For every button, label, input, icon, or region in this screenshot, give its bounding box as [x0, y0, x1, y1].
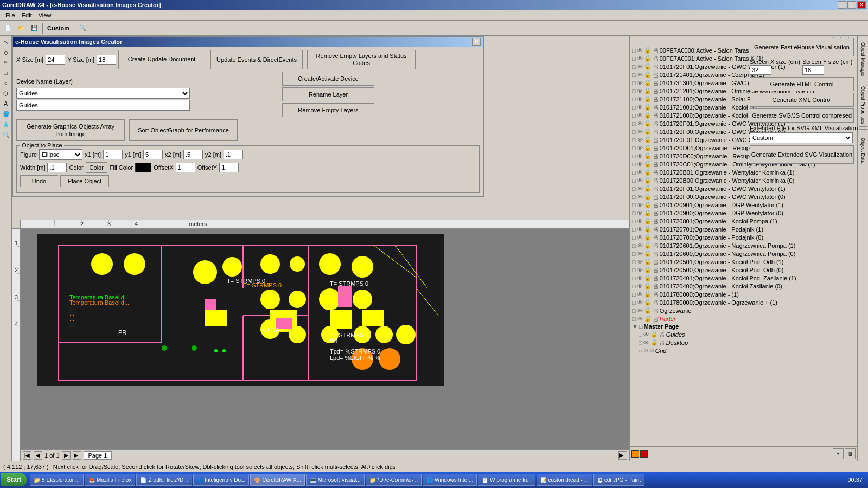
eyedropper-tool[interactable]: 💧	[1, 119, 11, 129]
new-btn[interactable]: 📄	[2, 22, 14, 34]
layer-item[interactable]: □ 👁 🔒 🖨 0101720F01;Ogrzewanie - GWC Went…	[630, 184, 857, 192]
generate-html-btn[interactable]: Generate HTML Control	[750, 77, 854, 91]
layer-item[interactable]: □ 👁 🔒 🖨 0101780000;Ogrzewanie - (1)	[630, 290, 857, 298]
first-page-btn[interactable]: |◀	[23, 451, 31, 460]
x-size-input[interactable]	[46, 55, 65, 65]
generate-extended-btn[interactable]: Generate Extended SVG Visualization	[750, 145, 854, 164]
layer-item-masterpage[interactable]: ▼ □ Master Page	[630, 323, 857, 330]
menu-edit[interactable]: Edit	[18, 11, 35, 20]
screen-y-input[interactable]	[802, 65, 824, 75]
text-tool[interactable]: A	[1, 99, 11, 108]
layer-item-grid[interactable]: ○ ⊗ ⊗ Grid	[630, 346, 857, 355]
fill-tool[interactable]: 🪣	[1, 109, 11, 119]
layer-item[interactable]: □ 👁 🔒 🖨 0101720501;Ogrzewanie - Kocioł P…	[630, 258, 857, 266]
layer-item[interactable]: □ 👁 🔒 🖨 0101720F00;Ogrzewanie - GWC Went…	[630, 192, 857, 201]
taskbar-btn-source[interactable]: 📄 Źródło: file:///D...	[136, 474, 192, 486]
layer-item[interactable]: □ 👁 🔒 🖨 0101720500;Ogrzewanie - Kocioł P…	[630, 266, 857, 274]
layer-item-parter[interactable]: □ 👁 🔒 🖨 Parter	[630, 314, 857, 323]
taskbar-btn-intelligent[interactable]: 🔵 Inteligentny Do...	[193, 474, 250, 486]
taskbar-btn-firefox[interactable]: 🦊 Mozilla Firefox	[85, 474, 135, 486]
taskbar-btn-visual[interactable]: 💻 Microsoft Visual...	[306, 474, 365, 486]
device-select[interactable]: Guides	[16, 88, 190, 99]
y1-input[interactable]	[143, 150, 163, 159]
generate-xml-btn[interactable]: Generate XML Control	[750, 93, 854, 107]
y-size-input[interactable]	[97, 55, 116, 65]
color-btn[interactable]: Color	[86, 162, 107, 173]
ellipse-tool[interactable]: ○	[1, 78, 11, 88]
figure-select[interactable]: Ellipse	[39, 149, 82, 160]
fill-color-swatch[interactable]	[135, 163, 151, 172]
dialog-close-btn[interactable]: ✕	[472, 38, 481, 46]
rectangle-tool[interactable]: □	[1, 68, 11, 78]
place-object-btn[interactable]: Place Object	[60, 175, 109, 187]
tab-object-manager[interactable]: Object Manager	[859, 38, 867, 81]
layer-item[interactable]: □ 👁 🔒 🖨 0101720900;Ogrzewanie - DGP Went…	[630, 209, 857, 217]
taskbar-btn-customhead[interactable]: 📝 custom.head - ...	[537, 474, 592, 486]
tab-object-data[interactable]: Object Data	[859, 129, 867, 172]
scroll-right-btn[interactable]: ▶	[618, 451, 627, 460]
delete-layer-btn[interactable]: 🗑	[845, 448, 856, 459]
select-tool[interactable]: ↖	[1, 37, 11, 47]
zoom-tool[interactable]: 🔍	[1, 130, 11, 139]
prev-page-btn[interactable]: ◀	[34, 451, 42, 460]
layer-item[interactable]: □ 👁 🔒 🖨 Ogrzewanie	[630, 306, 857, 314]
remove-empty-status-btn[interactable]: Remove Empty Layers and Status Codes	[307, 50, 416, 69]
create-update-btn[interactable]: Create Update Document	[118, 50, 205, 69]
rename-layer-btn[interactable]: Rename Layer	[282, 87, 374, 101]
start-button[interactable]: Start	[1, 473, 27, 486]
layer-item[interactable]: □ 👁 🔒 🖨 0101720B01;Ogrzewanie - Wentylat…	[630, 168, 857, 176]
undo-btn[interactable]: Undo	[20, 175, 58, 187]
save-btn[interactable]: 💾	[28, 22, 40, 34]
next-page-btn[interactable]: ▶	[62, 451, 71, 460]
width-input[interactable]	[47, 163, 67, 172]
taskbar-btn-coreldraw[interactable]: 🎨 CorelDRAW X...	[250, 474, 305, 486]
layer-item[interactable]: □ 👁 🔒 🖨 0101780000;Ogrzewanie - Ogrzewan…	[630, 298, 857, 306]
layer-item[interactable]: □ 👁 🔒 🖨 0101720700;Ogrzewanie - Podajnik…	[630, 233, 857, 241]
shape-tool[interactable]: ◇	[1, 47, 11, 57]
polygon-tool[interactable]: ⬡	[1, 88, 11, 98]
new-layer-btn[interactable]: +	[833, 448, 844, 459]
layer-item[interactable]: □ 👁 🔒 🖨 0101720601;Ogrzewanie - Nagrzewn…	[630, 241, 857, 249]
layer-item[interactable]: □ 👁 🔒 🖨 0101720401;Ogrzewanie - Kocioł P…	[630, 274, 857, 282]
open-btn[interactable]: 📂	[15, 22, 27, 34]
layer-item[interactable]: □ 👁 🔒 🖨 0101720801;Ogrzewanie - Kocioł P…	[630, 217, 857, 225]
close-btn[interactable]: ✕	[857, 1, 866, 9]
freehand-tool[interactable]: ✏	[1, 57, 11, 67]
layer-item[interactable]: □ 👁 🔒 🖨 0101720600;Ogrzewanie - Nagrzewn…	[630, 249, 857, 258]
taskbar-btn-windows[interactable]: 🌐 Windows Inter...	[423, 474, 477, 486]
update-events-btn[interactable]: Update Events & DirectEvents	[210, 50, 303, 69]
last-page-btn[interactable]: ▶|	[73, 451, 81, 460]
device-text-input[interactable]	[16, 100, 190, 111]
zoom-btn[interactable]: 🔍	[76, 22, 88, 34]
drawing-canvas[interactable]: KU+JA PR WI Temperatura Baselid... Tempe…	[21, 229, 629, 449]
y2-input[interactable]	[224, 150, 243, 159]
restore-btn[interactable]: □	[847, 1, 856, 9]
remove-empty-layers-btn[interactable]: Remove Empty Layers	[282, 103, 374, 117]
taskbar-btn-dhouse[interactable]: 📁 *D:\e-Comm\e-...	[366, 474, 422, 486]
offsety-input[interactable]	[219, 163, 239, 172]
sort-object-btn[interactable]: Sort ObjectGraph for Performance	[129, 119, 238, 141]
layer-item[interactable]: □ 👁 🔒 🖨 0101720B00;Ogrzewanie - Wentylat…	[630, 176, 857, 184]
taskbar-btn-paint[interactable]: 🖼 cdr.JPG - Paint	[593, 474, 644, 486]
layer-item-desktop[interactable]: □ 👁 🔒 🖨 Desktop	[630, 338, 857, 346]
layer-item[interactable]: □ 👁 🔒 🖨 0101720400;Ogrzewanie - Kocioł Z…	[630, 282, 857, 290]
extended-select[interactable]: Custom	[750, 132, 853, 143]
tab-object-properties[interactable]: Object Properties	[859, 84, 867, 127]
generate-graphics-btn[interactable]: Generate Graphics Objects Array from Ima…	[16, 119, 125, 141]
generate-svg-btn[interactable]: Generate SVG/JS Control compresed	[750, 108, 854, 123]
x2-input[interactable]	[183, 150, 203, 159]
screen-x-input[interactable]	[750, 65, 771, 75]
layer-item-guides[interactable]: □ 👁 🔒 🖨 Guides	[630, 330, 857, 338]
layer-item[interactable]: □ 👁 🔒 🖨 0101720901;Ogrzewanie - DGP Went…	[630, 201, 857, 209]
menu-file[interactable]: File	[2, 11, 18, 20]
minimize-btn[interactable]: _	[838, 1, 846, 9]
offsetx-input[interactable]	[176, 163, 195, 172]
taskbar-btn-program[interactable]: 📋 W programie In...	[478, 474, 535, 486]
create-activate-btn[interactable]: Create/Activate Device	[282, 72, 374, 86]
page-tab[interactable]: Page 1	[84, 451, 112, 460]
generate-fast-btn[interactable]: Generate Fast eHouse Visualisation	[750, 38, 854, 56]
menu-view[interactable]: View	[35, 11, 55, 20]
taskbar-btn-explorer[interactable]: 📁 5 Eksplorator ...	[30, 474, 84, 486]
x1-input[interactable]	[103, 150, 123, 159]
layer-item[interactable]: □ 👁 🔒 🖨 0101720701;Ogrzewanie - Podajnik…	[630, 225, 857, 233]
